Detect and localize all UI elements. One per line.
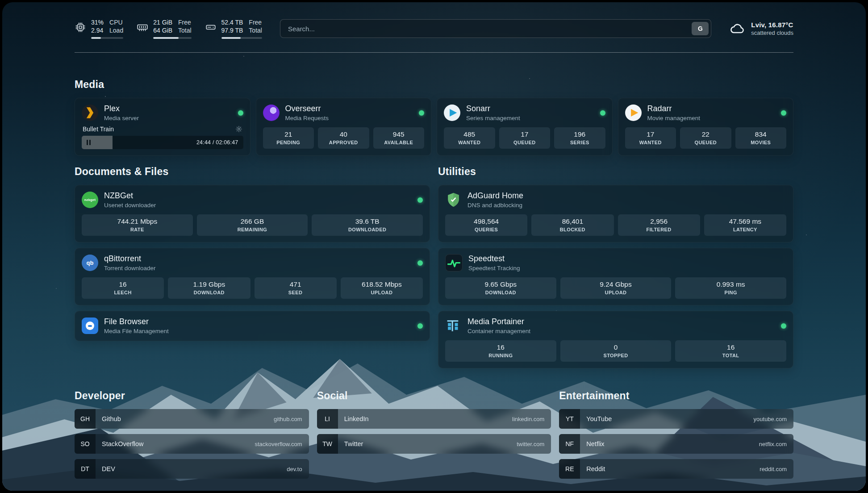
plex-icon bbox=[82, 104, 98, 121]
bookmark-reddit[interactable]: RE Reddit reddit.com bbox=[559, 459, 793, 479]
stat-stopped: 0 STOPPED bbox=[560, 340, 672, 362]
status-dot bbox=[417, 323, 423, 329]
service-name: File Browser bbox=[104, 317, 169, 326]
media-section-title: Media bbox=[75, 79, 793, 91]
weather-widget: Lviv, 16.87°C scattered clouds bbox=[729, 21, 793, 37]
bookmark-name: Reddit bbox=[586, 465, 605, 472]
service-card-portainer[interactable]: Media Portainer Container management 16 … bbox=[438, 311, 793, 368]
service-card-qbittorrent[interactable]: qb qBittorrent Torrent downloader 16 bbox=[75, 248, 430, 305]
hard-drive-icon bbox=[205, 21, 217, 33]
stat-ping: 0.993 ms PING bbox=[675, 277, 786, 299]
stat-remaining: 266 GB REMAINING bbox=[197, 214, 308, 236]
bookmark-github[interactable]: GH Github github.com bbox=[75, 409, 309, 429]
service-card-filebrowser[interactable]: File Browser Media File Management bbox=[75, 311, 430, 341]
stat-blocked: 86,401 BLOCKED bbox=[531, 214, 613, 236]
stat-queued: 22 QUEUED bbox=[680, 127, 731, 149]
social-section-title: Social bbox=[317, 390, 551, 402]
disk-usage-bar bbox=[221, 37, 262, 39]
cpu-label-top: CPU bbox=[109, 18, 123, 26]
service-name: Plex bbox=[104, 104, 139, 113]
bookmark-youtube[interactable]: YT YouTube youtube.com bbox=[559, 409, 793, 429]
cpu-label-bottom: Load bbox=[109, 26, 123, 34]
bookmark-linkedin[interactable]: LI LinkedIn linkedin.com bbox=[317, 409, 551, 429]
search-input[interactable] bbox=[287, 25, 692, 33]
stat-running: 16 RUNNING bbox=[445, 340, 556, 362]
cpu-icon bbox=[75, 21, 86, 33]
status-dot bbox=[600, 110, 605, 116]
qbittorrent-icon: qb bbox=[82, 255, 98, 271]
plex-seek-bar[interactable]: 24:44 / 02:06:47 bbox=[82, 136, 243, 149]
service-card-adguard[interactable]: AdGuard Home DNS and adblocking 498,564 … bbox=[438, 185, 793, 242]
service-description: DNS and adblocking bbox=[467, 202, 523, 209]
bookmark-dev[interactable]: DT DEV dev.to bbox=[75, 459, 309, 479]
service-card-overseerr[interactable]: Overseerr Media Requests 21 PENDING 40 A… bbox=[256, 98, 432, 156]
bookmark-abbr: SO bbox=[75, 434, 96, 454]
pause-icon[interactable] bbox=[87, 140, 91, 145]
stat-latency: 47.569 ms LATENCY bbox=[704, 214, 786, 236]
section-media: Media Plex Media server bbox=[75, 79, 793, 156]
bookmark-abbr: RE bbox=[559, 459, 580, 479]
cpu-usage-bar bbox=[91, 37, 123, 39]
service-card-plex[interactable]: Plex Media server Bullet Train bbox=[75, 98, 250, 156]
bookmark-name: DEV bbox=[102, 465, 115, 472]
stat-rate: 744.21 Mbps RATE bbox=[82, 214, 193, 236]
section-utilities: Utilities AdGu bbox=[438, 166, 793, 368]
service-name: Radarr bbox=[647, 104, 701, 113]
service-card-nzbget[interactable]: nzbget NZBGet Usenet downloader 744.21 M… bbox=[75, 185, 430, 242]
service-description: Container management bbox=[467, 328, 530, 334]
stat-total: 16 TOTAL bbox=[675, 340, 786, 362]
weather-condition: scattered clouds bbox=[751, 29, 793, 36]
service-card-sonarr[interactable]: Sonarr Series management 485 WANTED 17 Q… bbox=[437, 98, 613, 156]
bookmark-name: StackOverflow bbox=[102, 440, 143, 447]
gear-icon[interactable] bbox=[235, 125, 242, 133]
service-name: Speedtest bbox=[468, 254, 520, 263]
nzbget-icon: nzbget bbox=[82, 192, 98, 208]
service-card-speedtest[interactable]: Speedtest Speedtest Tracking 9.65 Gbps D… bbox=[438, 248, 793, 305]
bookmark-twitter[interactable]: TW Twitter twitter.com bbox=[317, 434, 551, 454]
stat-wanted: 17 WANTED bbox=[625, 127, 676, 149]
service-description: Media server bbox=[104, 115, 139, 121]
bookmark-url: github.com bbox=[274, 416, 302, 422]
service-name: Sonarr bbox=[466, 104, 520, 113]
bookmark-url: netflix.com bbox=[759, 441, 787, 447]
stat-wanted: 485 WANTED bbox=[444, 127, 495, 149]
radarr-icon bbox=[625, 104, 642, 121]
documents-section-title: Documents & Files bbox=[75, 166, 430, 178]
status-dot bbox=[417, 260, 423, 266]
stat-movies: 834 MOVIES bbox=[735, 127, 787, 149]
bookmark-stackoverflow[interactable]: SO StackOverflow stackoverflow.com bbox=[75, 434, 309, 454]
adguard-icon bbox=[445, 192, 462, 208]
portainer-icon bbox=[445, 318, 462, 334]
bookmark-url: twitter.com bbox=[517, 441, 544, 447]
search-bar[interactable]: G bbox=[280, 19, 711, 38]
top-bar: 31% CPU 2.94 Load 21 bbox=[75, 18, 793, 39]
header-divider bbox=[75, 52, 793, 53]
bookmark-netflix[interactable]: NF Netflix netflix.com bbox=[559, 434, 793, 454]
status-dot bbox=[417, 197, 423, 203]
service-name: Media Portainer bbox=[467, 317, 530, 326]
stat-approved: 40 APPROVED bbox=[318, 127, 369, 149]
search-provider-button[interactable]: G bbox=[692, 22, 709, 35]
bookmark-url: stackoverflow.com bbox=[255, 441, 302, 447]
bookmark-group-social: Social LI LinkedIn linkedin.com TW Twitt… bbox=[317, 390, 551, 479]
cpu-widget: 31% CPU 2.94 Load bbox=[75, 18, 123, 39]
service-card-radarr[interactable]: Radarr Movie management 17 WANTED 22 QUE… bbox=[618, 98, 794, 156]
section-documents: Documents & Files nzbget NZBGet Usenet d… bbox=[75, 166, 430, 368]
memory-total: 64 GiB bbox=[153, 26, 172, 34]
ram-icon bbox=[137, 21, 148, 33]
stat-downloaded: 39.6 TB DOWNLOADED bbox=[312, 214, 423, 236]
service-name: Overseerr bbox=[285, 104, 329, 113]
service-description: Movie management bbox=[647, 115, 701, 121]
bookmark-abbr: NF bbox=[559, 434, 580, 454]
service-description: Media File Management bbox=[104, 328, 169, 334]
stat-queries: 498,564 QUERIES bbox=[445, 214, 527, 236]
status-dot bbox=[419, 110, 424, 116]
disk-label-top: Free bbox=[249, 18, 262, 26]
plex-now-playing: Bullet Train 24:44 / 02:06:4 bbox=[82, 125, 243, 149]
status-dot bbox=[781, 110, 786, 116]
bookmark-abbr: GH bbox=[75, 409, 96, 429]
status-dot bbox=[238, 110, 243, 116]
bookmark-abbr: DT bbox=[75, 459, 96, 479]
service-description: Series management bbox=[466, 115, 520, 121]
stat-pending: 21 PENDING bbox=[263, 127, 314, 149]
